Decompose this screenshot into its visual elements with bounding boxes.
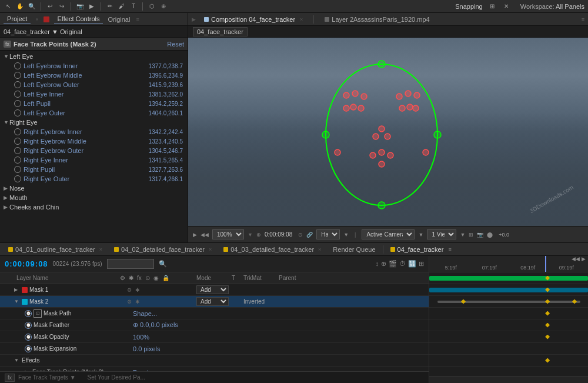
tab1-close[interactable]: × [99,247,102,252]
keyframe-marker[interactable] [545,311,550,316]
play-icon[interactable]: ▶ [193,232,197,238]
keyframe-marker[interactable] [572,299,577,304]
group-mouth[interactable]: ▶ Mouth [0,193,188,202]
list-item[interactable]: Left Pupil 1394.2,259.2 [0,99,188,108]
tab-timeline-active[interactable]: 04_face_tracker ≡ [386,245,456,254]
tab-composition[interactable]: Composition 04_face_tracker × [199,15,308,24]
camera-select[interactable]: Active Camera [362,229,415,239]
render-icon[interactable]: ▶ [87,2,96,11]
expand-icon[interactable]: ▼ [14,358,20,363]
list-item[interactable]: Left Eyebrow Outer 1415.9,239.6 [0,80,188,89]
switch-1[interactable]: ⚙ [126,287,133,294]
switch-2[interactable]: ✱ [134,298,141,305]
mode-dropdown[interactable]: Add [196,285,229,294]
zoom-tool-icon[interactable]: 🔍 [27,2,36,11]
view-options-icon[interactable]: ▼ [460,232,465,238]
hand-tool-icon[interactable]: ✋ [15,2,25,11]
keyframe-marker[interactable] [545,323,550,328]
timeline-icon-6[interactable]: ⊞ [419,260,424,268]
color-icon[interactable]: ⬤ [487,232,493,238]
list-item[interactable]: Left Eyebrow Middle 1396.6,234.9 [0,71,188,80]
tab-active-options[interactable]: ≡ [448,247,451,252]
frame-back-icon[interactable]: ◀◀ [201,232,209,238]
list-item[interactable]: Right Eyebrow Middle 1323.4,240.5 [0,136,188,146]
reset-button[interactable]: Reset [167,41,184,48]
comp-tab-close[interactable]: × [300,16,303,22]
table-row[interactable]: ⌚ Mask Opacity 100% [0,331,429,343]
expand-icon[interactable]: ▼ [14,299,20,304]
list-item[interactable]: Right Eyebrow Outer 1304.5,246.7 [0,146,188,155]
text-tool-icon[interactable]: T [129,2,138,11]
tab-project-close[interactable]: × [35,16,38,22]
quality-options-icon[interactable]: ▼ [343,232,349,238]
tab-project[interactable]: Project [4,14,31,24]
brush-tool-icon[interactable]: 🖌 [117,2,126,11]
sync-icon[interactable]: ⊕ [256,232,261,238]
zoom-select[interactable]: 100% 50% 25% [212,229,244,239]
table-row[interactable]: ⌚ Mask Expansion 0.0 pixels [0,343,429,355]
list-item[interactable]: Left Eyebrow Inner 1377.0,238.7 [0,61,188,71]
keyframe-marker[interactable] [545,358,550,363]
timeline-icon-4[interactable]: ⏱ [399,260,406,268]
camera2-icon[interactable]: 📷 [477,232,483,238]
snapping-options-icon[interactable]: ✕ [502,2,511,11]
grid-icon[interactable]: ⊞ [469,232,473,238]
list-item[interactable]: Left Eye Outer 1404.0,260.1 [0,108,188,118]
search-icon[interactable]: 🔍 [159,260,167,268]
snapping-icon[interactable]: ⊞ [487,2,497,11]
list-item[interactable]: Right Eye Inner 1341.5,265.4 [0,155,188,165]
keyframe-marker[interactable] [545,335,550,339]
list-item[interactable]: Right Eye Outer 1317.4,266.1 [0,174,188,184]
tab2-close[interactable]: × [209,247,212,252]
group-right-eye[interactable]: ▼ Right Eye [0,118,188,127]
table-row[interactable]: ▼ Effects [0,355,429,367]
camera-icon[interactable]: 📷 [75,2,85,11]
tab-layer[interactable]: Layer 2AssassinsParis_1920.mp4 [320,15,434,24]
comp-options-icon[interactable]: ≡ [582,16,584,22]
table-row[interactable]: ⌚ Mask Feather ⊕ 0.0,0.0 pixels [0,319,429,331]
timeline-icon-2[interactable]: ⊕ [381,260,386,268]
time-options-icon[interactable]: ⊙ [298,232,303,238]
mode-dropdown[interactable]: Add [196,297,229,306]
table-row[interactable]: ⌚ ⊡ Mask Path Shape... [0,308,429,319]
keyframe-marker[interactable] [461,299,466,304]
play-icon[interactable]: ▶ [582,256,586,262]
tab-timeline-1[interactable]: 04_01_outline_face_tracker × [4,245,107,254]
select-tool-icon[interactable]: ↖ [4,2,13,11]
group-left-eye[interactable]: ▼ Left Eye [0,52,188,61]
expand-icon[interactable]: ▶ [14,287,20,292]
playhead[interactable] [545,256,546,272]
list-item[interactable]: Right Eyebrow Inner 1342.2,242.4 [0,127,188,136]
zoom-options-icon[interactable]: ▼ [248,232,253,238]
table-row[interactable]: ▶ Face Track Points (Mask 2) Reset [0,367,429,371]
switch-1[interactable]: ⚙ [126,298,133,305]
timeline-icon-5[interactable]: 🔢 [408,260,416,268]
group-nose[interactable]: ▶ Nose [0,184,188,193]
switch-2[interactable]: ✱ [134,287,141,294]
tab-render-queue[interactable]: Render Queue [328,245,380,254]
undo-icon[interactable]: ↩ [45,2,55,11]
quality-select[interactable]: Half Full Quarter [316,229,340,239]
redo-icon[interactable]: ↪ [57,2,66,11]
group-cheeks-chin[interactable]: ▶ Cheeks and Chin [0,202,188,212]
timeline-scroll[interactable] [429,376,588,383]
search-input[interactable] [107,259,154,269]
timeline-icon-1[interactable]: ↕ [376,260,379,268]
list-item[interactable]: Left Eye Inner 1381.3,262.0 [0,89,188,99]
table-row[interactable]: ▶ Mask 1 ⚙ ✱ Add [0,284,429,296]
keyframe-marker[interactable] [545,299,550,304]
tab-effect-close[interactable]: ≡ [136,16,139,22]
comp-menu-arrow[interactable]: ▶ [192,16,196,22]
link-icon[interactable]: 🔗 [306,232,313,238]
tab3-close[interactable]: × [318,247,321,252]
tab-effect-controls[interactable]: Effect Controls [54,14,103,24]
tab-timeline-2[interactable]: 04_02_detailed_face_tracker × [109,245,216,254]
puppet-tool-icon[interactable]: ⊕ [159,2,168,11]
view-select[interactable]: 1 View [427,229,456,239]
tab-timeline-3[interactable]: 04_03_detailed_face_tracker × [219,245,326,254]
pen-tool-icon[interactable]: ✏ [105,2,115,11]
camera-options-icon[interactable]: ▼ [418,232,423,238]
list-item[interactable]: Right Pupil 1327.7,263.6 [0,165,188,174]
table-row[interactable]: ▼ Mask 2 ⚙ ✱ Add Inverted [0,296,429,308]
shape-tool-icon[interactable]: ⬡ [147,2,156,11]
